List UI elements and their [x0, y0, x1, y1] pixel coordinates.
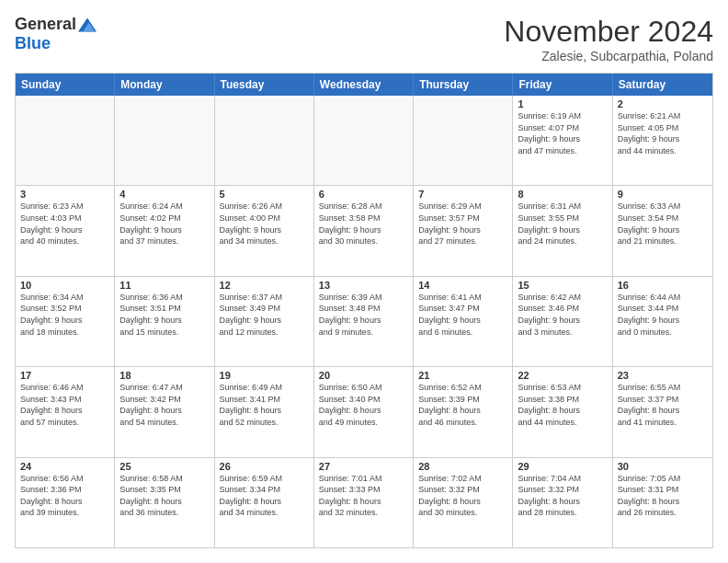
day-info: Sunrise: 6:19 AM Sunset: 4:07 PM Dayligh… — [518, 110, 607, 156]
day-number: 24 — [20, 461, 109, 472]
day-number: 5 — [220, 189, 309, 200]
day-number: 9 — [618, 189, 708, 200]
day-number: 4 — [119, 189, 209, 200]
day-number: 3 — [20, 189, 109, 200]
day-info: Sunrise: 6:47 AM Sunset: 3:42 PM Dayligh… — [119, 382, 209, 428]
calendar-cell: 9Sunrise: 6:33 AM Sunset: 3:54 PM Daylig… — [613, 186, 712, 275]
weekday-header-monday: Monday — [115, 74, 214, 96]
day-number: 17 — [20, 370, 109, 381]
day-number: 23 — [618, 370, 708, 381]
weekday-header-saturday: Saturday — [613, 74, 712, 96]
calendar-cell: 4Sunrise: 6:24 AM Sunset: 4:02 PM Daylig… — [115, 186, 214, 275]
calendar-body: 1Sunrise: 6:19 AM Sunset: 4:07 PM Daylig… — [16, 96, 712, 547]
day-number: 11 — [119, 280, 209, 291]
calendar-row-0: 1Sunrise: 6:19 AM Sunset: 4:07 PM Daylig… — [16, 96, 712, 186]
day-info: Sunrise: 6:53 AM Sunset: 3:38 PM Dayligh… — [518, 382, 607, 428]
calendar-cell: 20Sunrise: 6:50 AM Sunset: 3:40 PM Dayli… — [314, 367, 414, 456]
calendar-cell: 17Sunrise: 6:46 AM Sunset: 3:43 PM Dayli… — [16, 367, 115, 456]
calendar-cell: 25Sunrise: 6:58 AM Sunset: 3:35 PM Dayli… — [115, 458, 214, 547]
day-number: 25 — [119, 461, 209, 472]
day-number: 22 — [518, 370, 607, 381]
day-number: 30 — [618, 461, 708, 472]
weekday-header-wednesday: Wednesday — [314, 74, 414, 96]
calendar-cell: 14Sunrise: 6:41 AM Sunset: 3:47 PM Dayli… — [414, 277, 513, 366]
calendar-cell: 21Sunrise: 6:52 AM Sunset: 3:39 PM Dayli… — [414, 367, 513, 456]
calendar-cell: 12Sunrise: 6:37 AM Sunset: 3:49 PM Dayli… — [215, 277, 314, 366]
day-number: 27 — [319, 461, 408, 472]
weekday-header-sunday: Sunday — [16, 74, 115, 96]
calendar-cell — [215, 96, 314, 185]
day-info: Sunrise: 6:34 AM Sunset: 3:52 PM Dayligh… — [20, 292, 109, 338]
day-info: Sunrise: 6:46 AM Sunset: 3:43 PM Dayligh… — [20, 382, 109, 428]
calendar-cell — [16, 96, 115, 185]
day-number: 15 — [518, 280, 607, 291]
day-info: Sunrise: 7:05 AM Sunset: 3:31 PM Dayligh… — [618, 473, 708, 519]
day-number: 29 — [518, 461, 607, 472]
day-number: 20 — [319, 370, 408, 381]
logo-general: General — [15, 15, 76, 34]
day-info: Sunrise: 7:04 AM Sunset: 3:32 PM Dayligh… — [518, 473, 607, 519]
calendar: SundayMondayTuesdayWednesdayThursdayFrid… — [15, 73, 713, 548]
day-info: Sunrise: 6:58 AM Sunset: 3:35 PM Dayligh… — [119, 473, 209, 519]
day-number: 26 — [220, 461, 309, 472]
calendar-row-1: 3Sunrise: 6:23 AM Sunset: 4:03 PM Daylig… — [16, 186, 712, 276]
calendar-cell: 3Sunrise: 6:23 AM Sunset: 4:03 PM Daylig… — [16, 186, 115, 275]
day-info: Sunrise: 6:33 AM Sunset: 3:54 PM Dayligh… — [618, 201, 708, 247]
calendar-cell: 23Sunrise: 6:55 AM Sunset: 3:37 PM Dayli… — [613, 367, 712, 456]
weekday-header-thursday: Thursday — [414, 74, 513, 96]
calendar-cell: 15Sunrise: 6:42 AM Sunset: 3:46 PM Dayli… — [513, 277, 612, 366]
calendar-cell: 30Sunrise: 7:05 AM Sunset: 3:31 PM Dayli… — [613, 458, 712, 547]
day-info: Sunrise: 6:36 AM Sunset: 3:51 PM Dayligh… — [119, 292, 209, 338]
day-info: Sunrise: 6:23 AM Sunset: 4:03 PM Dayligh… — [20, 201, 109, 247]
calendar-cell: 8Sunrise: 6:31 AM Sunset: 3:55 PM Daylig… — [513, 186, 612, 275]
logo-icon — [78, 16, 97, 34]
weekday-header-friday: Friday — [513, 74, 612, 96]
calendar-row-3: 17Sunrise: 6:46 AM Sunset: 3:43 PM Dayli… — [16, 367, 712, 457]
logo: General Blue — [15, 15, 97, 53]
calendar-cell: 24Sunrise: 6:56 AM Sunset: 3:36 PM Dayli… — [16, 458, 115, 547]
calendar-cell: 1Sunrise: 6:19 AM Sunset: 4:07 PM Daylig… — [513, 96, 612, 185]
day-info: Sunrise: 6:52 AM Sunset: 3:39 PM Dayligh… — [418, 382, 507, 428]
calendar-cell: 29Sunrise: 7:04 AM Sunset: 3:32 PM Dayli… — [513, 458, 612, 547]
day-number: 12 — [220, 280, 309, 291]
day-info: Sunrise: 6:24 AM Sunset: 4:02 PM Dayligh… — [119, 201, 209, 247]
calendar-cell: 16Sunrise: 6:44 AM Sunset: 3:44 PM Dayli… — [613, 277, 712, 366]
month-title: November 2024 — [504, 15, 713, 49]
calendar-row-4: 24Sunrise: 6:56 AM Sunset: 3:36 PM Dayli… — [16, 458, 712, 547]
day-number: 28 — [418, 461, 507, 472]
day-info: Sunrise: 7:02 AM Sunset: 3:32 PM Dayligh… — [418, 473, 507, 519]
calendar-cell — [314, 96, 414, 185]
header: General Blue November 2024 Zalesie, Subc… — [15, 15, 713, 63]
day-number: 1 — [518, 98, 607, 109]
day-info: Sunrise: 6:31 AM Sunset: 3:55 PM Dayligh… — [518, 201, 607, 247]
day-info: Sunrise: 6:28 AM Sunset: 3:58 PM Dayligh… — [319, 201, 408, 247]
day-info: Sunrise: 7:01 AM Sunset: 3:33 PM Dayligh… — [319, 473, 408, 519]
calendar-row-2: 10Sunrise: 6:34 AM Sunset: 3:52 PM Dayli… — [16, 277, 712, 367]
day-number: 18 — [119, 370, 209, 381]
logo-blue-text: Blue — [15, 34, 51, 52]
logo-bottom: Blue — [15, 34, 51, 53]
day-number: 2 — [618, 98, 708, 109]
day-number: 16 — [618, 280, 708, 291]
day-info: Sunrise: 6:39 AM Sunset: 3:48 PM Dayligh… — [319, 292, 408, 338]
day-number: 10 — [20, 280, 109, 291]
day-info: Sunrise: 6:42 AM Sunset: 3:46 PM Dayligh… — [518, 292, 607, 338]
day-info: Sunrise: 6:59 AM Sunset: 3:34 PM Dayligh… — [220, 473, 309, 519]
day-info: Sunrise: 6:26 AM Sunset: 4:00 PM Dayligh… — [220, 201, 309, 247]
day-number: 7 — [418, 189, 507, 200]
calendar-cell: 5Sunrise: 6:26 AM Sunset: 4:00 PM Daylig… — [215, 186, 314, 275]
calendar-cell: 2Sunrise: 6:21 AM Sunset: 4:05 PM Daylig… — [613, 96, 712, 185]
day-number: 6 — [319, 189, 408, 200]
day-info: Sunrise: 6:56 AM Sunset: 3:36 PM Dayligh… — [20, 473, 109, 519]
calendar-cell: 26Sunrise: 6:59 AM Sunset: 3:34 PM Dayli… — [215, 458, 314, 547]
calendar-cell: 27Sunrise: 7:01 AM Sunset: 3:33 PM Dayli… — [314, 458, 414, 547]
calendar-cell: 11Sunrise: 6:36 AM Sunset: 3:51 PM Dayli… — [115, 277, 214, 366]
calendar-cell: 10Sunrise: 6:34 AM Sunset: 3:52 PM Dayli… — [16, 277, 115, 366]
day-number: 13 — [319, 280, 408, 291]
day-info: Sunrise: 6:49 AM Sunset: 3:41 PM Dayligh… — [220, 382, 309, 428]
logo-text: General — [15, 15, 97, 34]
calendar-cell: 6Sunrise: 6:28 AM Sunset: 3:58 PM Daylig… — [314, 186, 414, 275]
calendar-cell: 13Sunrise: 6:39 AM Sunset: 3:48 PM Dayli… — [314, 277, 414, 366]
calendar-cell — [115, 96, 214, 185]
calendar-cell: 22Sunrise: 6:53 AM Sunset: 3:38 PM Dayli… — [513, 367, 612, 456]
